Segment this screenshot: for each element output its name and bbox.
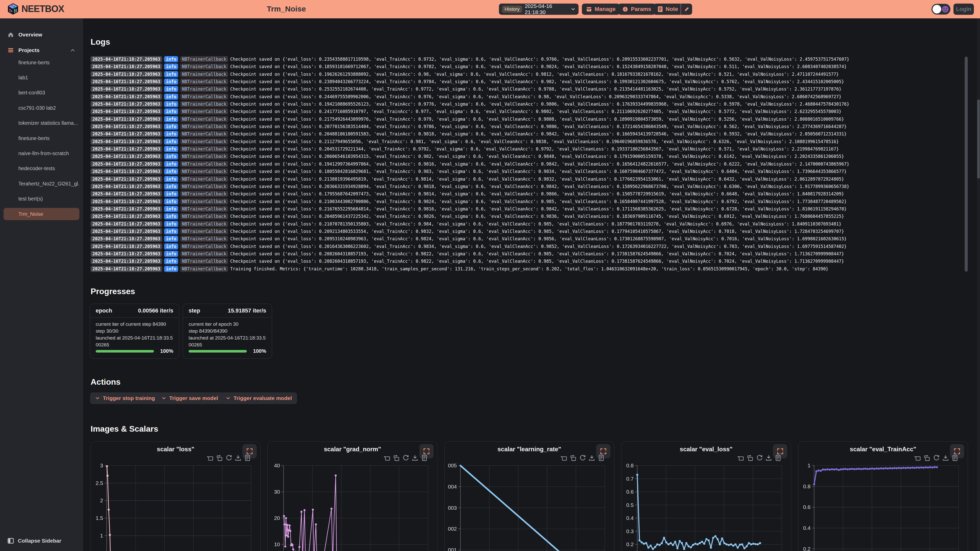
action-button[interactable]: Trigger evaluate model [221,392,297,404]
y-tick-label: 10 [274,541,280,547]
refresh-icon[interactable] [402,454,409,462]
collapse-sidebar-button[interactable]: Collapse Sidebar [3,535,80,546]
log-message: Checkpoint saved on {'eval_loss': 0.2016… [230,244,846,249]
home-icon [8,32,14,38]
chart-plot-area[interactable]: 005004003002001 [445,462,614,551]
chart-toolbar [383,454,428,462]
progress-card: step15.91857 iter/scurrent iter of epoch… [183,303,272,359]
chart-plot-area[interactable]: 10.80.60.40.2 [798,462,968,551]
log-level-badge: info [164,161,178,167]
refresh-icon[interactable] [225,454,232,462]
logs-scrollbar[interactable] [965,57,968,272]
sidebar-project-item[interactable]: test bert(s) [3,193,80,205]
log-tag-badge: NBTrainerCallback [180,86,228,92]
refresh-icon[interactable] [756,454,763,462]
log-message: Checkpoint saved on {'eval_loss': 0.2138… [230,176,844,182]
pan-select-icon[interactable] [746,454,753,462]
box-select-icon[interactable] [206,454,213,462]
sidebar-project-item[interactable]: csc791-030 lab2 [3,102,80,114]
log-timestamp: 2025-04-16T21:18:27.205963 [91,131,162,137]
data-file-icon[interactable] [421,454,428,462]
sidebar-project-item[interactable]: Terahertz_No22_Gl261_gl... [3,178,80,190]
sidebar-item-projects[interactable]: Projects [3,44,80,56]
box-select-icon[interactable] [914,454,921,462]
log-row: 2025-04-16T21:18:27.205963infoNBTrainerC… [91,213,963,221]
download-icon[interactable] [234,454,242,462]
log-timestamp: 2025-04-16T21:18:27.205963 [91,266,162,272]
box-select-icon[interactable] [737,454,744,462]
log-level-badge: info [164,228,178,234]
log-timestamp: 2025-04-16T21:18:27.205963 [91,138,162,144]
refresh-icon[interactable] [579,454,586,462]
log-row: 2025-04-16T21:18:27.205963infoNBTrainerC… [91,206,963,213]
chart-plot-area[interactable]: 0.80.70.60.50.40.30.2 [621,462,791,551]
pan-select-icon[interactable] [393,454,400,462]
edit-note-button[interactable] [681,3,692,15]
log-level-badge: info [164,221,178,227]
expand-icon [600,448,607,454]
sidebar-item-overview[interactable]: Overview [3,29,80,41]
data-file-icon[interactable] [244,454,251,462]
progress-bar-row: 100% [189,348,266,354]
chart-plot-area[interactable]: 40302010 [268,462,438,551]
log-message: Checkpoint saved on {'eval_loss': 0.1795… [230,191,844,197]
pan-select-icon[interactable] [216,454,223,462]
brand[interactable]: NEETBOX [7,3,64,15]
y-tick-label: 004 [448,484,457,489]
sidebar-project-item[interactable]: Trm_Noise [3,208,80,220]
progress-name: epoch [96,307,112,314]
theme-toggle[interactable] [932,4,950,14]
history-select[interactable]: History 2025-04-16 21:18:30 [499,3,579,15]
chart-plot-area[interactable]: 32.521.51 [91,462,261,551]
log-message: Checkpoint saved on {'eval_loss': 0.2100… [230,199,846,204]
sidebar-project-item[interactable]: finetune-berts [3,56,80,68]
pan-select-icon[interactable] [923,454,930,462]
data-file-icon[interactable] [598,454,605,462]
manage-button[interactable]: Manage [582,3,620,15]
data-file-icon[interactable] [951,454,959,462]
series-line [107,466,111,551]
log-row: 2025-04-16T21:18:27.205963infoNBTrainerC… [91,251,963,258]
download-icon[interactable] [411,454,418,462]
log-message: Checkpoint saved on {'eval_loss': 0.2077… [230,124,846,129]
action-button[interactable]: Trigger stop training [90,392,160,404]
y-tick-label: 0.4 [803,525,811,531]
progress-bar-row: 100% [96,348,173,354]
history-label: History [502,6,522,13]
log-message: Checkpoint saved on {'eval_loss': 0.2048… [230,214,844,219]
log-timestamp: 2025-04-16T21:18:27.205963 [91,71,162,77]
log-level-badge: info [164,56,178,62]
progress-bar-track [96,350,154,353]
sidebar-project-item[interactable]: lab1 [3,71,80,84]
log-message: Checkpoint saved on {'eval_loss': 0.2446… [230,94,842,99]
note-button[interactable]: Note [653,3,681,15]
download-icon[interactable] [765,454,772,462]
data-file-icon[interactable] [775,454,782,462]
log-message: Training finished. Metrics: {'train_runt… [230,266,829,272]
page-scrollbar-thumb[interactable] [977,100,980,179]
log-tag-badge: NBTrainerCallback [180,108,228,114]
sidebar-project-item[interactable]: hedecoder-tests [3,162,80,175]
pan-select-icon[interactable] [570,454,576,462]
sidebar-project-item[interactable]: bert-conll03 [3,87,80,99]
action-button-label: Trigger stop training [103,395,155,401]
download-icon[interactable] [942,454,949,462]
sidebar-project-item[interactable]: finetune-berts [3,132,80,144]
box-select-icon[interactable] [560,454,567,462]
sidebar-item-label: Projects [18,47,40,53]
log-level-badge: info [164,79,178,85]
params-button[interactable]: Params [618,3,655,15]
progress-rate: 0.00566 iter/s [138,307,173,314]
login-button[interactable]: Login [953,3,974,15]
log-timestamp: 2025-04-16T21:18:27.205963 [91,101,162,107]
progress-card-header: step15.91857 iter/s [183,304,272,318]
box-select-icon[interactable] [383,454,390,462]
log-tag-badge: NBTrainerCallback [180,168,228,175]
download-icon[interactable] [588,454,595,462]
sidebar-project-item[interactable]: naive-llm-from-scratch [3,147,80,159]
log-tag-badge: NBTrainerCallback [180,183,228,189]
action-button[interactable]: Trigger save model [156,392,223,404]
y-tick-label: 0.2 [803,546,811,551]
refresh-icon[interactable] [932,454,940,462]
sidebar-project-item[interactable]: tokenizer statistics llama... [3,117,80,129]
